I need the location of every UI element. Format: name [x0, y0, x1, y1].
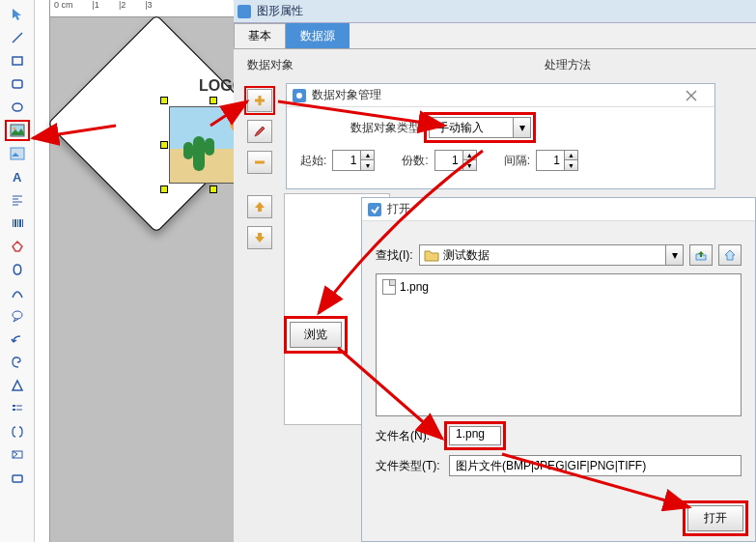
undo-tool[interactable]: [5, 328, 30, 350]
svg-text:A: A: [13, 170, 22, 184]
data-object-dialog: 数据对象管理 数据对象类型: 手动输入 ▾ 起始: ▲▼ 份数: ▲▼: [286, 83, 715, 189]
card-icon: [11, 471, 24, 485]
round-rect-icon: [11, 77, 24, 91]
spin-down[interactable]: ▼: [564, 160, 577, 170]
folder-icon: [424, 248, 439, 262]
spin-up[interactable]: ▲: [360, 151, 374, 160]
spin-down[interactable]: ▼: [360, 160, 374, 170]
triangle-tool[interactable]: [5, 375, 30, 396]
filename-label: 文件名(N):: [376, 428, 443, 444]
svg-rect-31: [368, 203, 381, 216]
close-button[interactable]: [686, 90, 709, 101]
lookin-dropdown[interactable]: 测试数据 ▾: [419, 244, 684, 266]
pencil-icon: [253, 125, 266, 138]
filename-value: 1.png: [456, 427, 485, 441]
svg-rect-13: [14, 219, 16, 227]
panel-title: 图形属性: [257, 3, 303, 19]
plus-icon: [253, 94, 266, 107]
resize-handle[interactable]: [210, 185, 217, 193]
move-up-button[interactable]: [247, 195, 272, 218]
object-type-dropdown[interactable]: 手动输入 ▾: [429, 117, 531, 138]
arc-tool[interactable]: [5, 282, 30, 303]
rect-tool[interactable]: [5, 50, 30, 71]
resize-handle[interactable]: [210, 97, 217, 104]
open-file-dialog-titlebar[interactable]: 打开: [362, 198, 755, 221]
spin-up[interactable]: ▲: [564, 151, 577, 160]
browse-button[interactable]: 浏览: [290, 322, 342, 348]
ruler-tick: |2: [119, 0, 126, 10]
select-tool[interactable]: [5, 4, 30, 25]
move-down-button[interactable]: [247, 226, 272, 249]
canvas-area[interactable]: LOGO: [50, 17, 234, 542]
start-input[interactable]: [333, 154, 360, 167]
ruler-vertical: [35, 0, 50, 542]
gap-input[interactable]: [537, 154, 564, 167]
card-tool[interactable]: [5, 468, 30, 489]
open-dialog-title: 打开: [387, 201, 410, 217]
open-button[interactable]: 打开: [687, 505, 743, 531]
spiral-icon: [11, 356, 24, 369]
tab-datasource[interactable]: 数据源: [286, 23, 350, 48]
dialog-icon: [293, 89, 306, 102]
picture2-tool[interactable]: [5, 143, 30, 164]
spiral-tool[interactable]: [5, 352, 30, 373]
callout-tool[interactable]: [5, 305, 30, 327]
remove-object-button[interactable]: [247, 151, 272, 174]
spin-up[interactable]: ▲: [462, 151, 476, 160]
ellipse-tool[interactable]: [5, 97, 30, 118]
home-button[interactable]: [718, 244, 742, 266]
filetype-value: 图片文件(BMP|JPEG|GIF|PNG|TIFF): [456, 458, 646, 474]
list-tool[interactable]: [5, 398, 30, 419]
minus-icon: [253, 156, 266, 169]
ruler-tick: 0 cm: [54, 0, 73, 10]
home-icon: [723, 248, 737, 262]
gap-spinner[interactable]: ▲▼: [536, 150, 578, 171]
resize-handle[interactable]: [160, 97, 168, 104]
chevron-down-icon: ▾: [665, 245, 683, 265]
text-tool[interactable]: A: [5, 166, 30, 187]
shape-properties-titlebar: 图形属性: [234, 0, 756, 23]
resize-handle[interactable]: [160, 141, 168, 149]
tab-basic[interactable]: 基本: [234, 23, 286, 48]
dialog-icon: [368, 203, 381, 216]
list-icon: [11, 402, 24, 415]
filename-input[interactable]: 1.png: [449, 426, 501, 445]
svg-rect-1: [13, 57, 22, 65]
line-tool[interactable]: [5, 27, 30, 48]
align-left-tool[interactable]: [5, 189, 30, 211]
data-object-dialog-titlebar[interactable]: 数据对象管理: [287, 84, 714, 107]
start-spinner[interactable]: ▲▼: [332, 150, 375, 171]
round-rect-tool[interactable]: [5, 73, 30, 95]
count-spinner[interactable]: ▲▼: [434, 150, 477, 171]
svg-line-0: [13, 33, 22, 43]
flag-tool[interactable]: [5, 444, 30, 466]
barcode-tool[interactable]: [5, 213, 30, 234]
open-file-dialog: 打开 查找(I): 测试数据 ▾ 1.png 文件名(N):: [361, 197, 756, 542]
svg-rect-19: [13, 409, 15, 411]
file-item[interactable]: 1.png: [380, 278, 737, 296]
polygon-tool[interactable]: [5, 236, 30, 257]
filetype-dropdown[interactable]: 图片文件(BMP|JPEG|GIF|PNG|TIFF): [449, 455, 742, 476]
object-type-label: 数据对象类型:: [350, 120, 423, 136]
count-input[interactable]: [435, 154, 462, 167]
add-object-button[interactable]: [247, 89, 272, 112]
resize-handle[interactable]: [160, 185, 168, 193]
file-list[interactable]: 1.png: [376, 273, 742, 416]
svg-rect-6: [11, 148, 24, 159]
picture-icon: [10, 124, 25, 137]
file-icon: [382, 279, 396, 295]
barcode-icon: [11, 216, 24, 230]
close-icon: [686, 90, 697, 101]
curve-tool[interactable]: [5, 259, 30, 280]
cursor-icon: [11, 8, 24, 21]
up-folder-button[interactable]: [689, 244, 713, 266]
svg-rect-15: [19, 219, 21, 227]
spin-down[interactable]: ▼: [462, 160, 476, 170]
panel-icon: [238, 5, 251, 18]
bracket-tool[interactable]: [5, 421, 30, 442]
start-label: 起始:: [300, 153, 326, 169]
svg-point-28: [296, 93, 302, 99]
picture-tool[interactable]: [5, 120, 30, 141]
edit-object-button[interactable]: [247, 120, 272, 143]
triangle-icon: [11, 379, 24, 392]
